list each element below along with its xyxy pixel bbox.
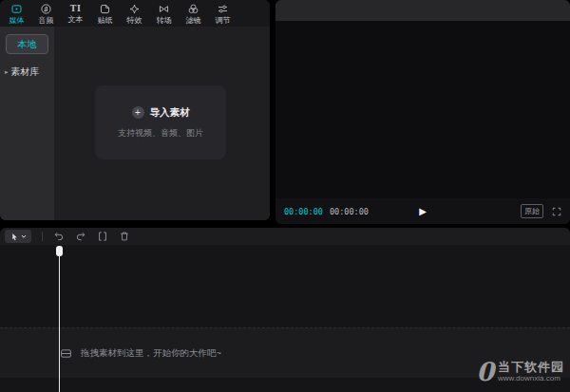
library-label: 素材库 xyxy=(11,65,40,79)
timeline-hint-text: 拖拽素材到这里，开始你的大作吧~ xyxy=(81,347,221,360)
transition-icon xyxy=(158,3,170,15)
text-icon: TI xyxy=(70,3,82,14)
import-button-row: + 导入素材 xyxy=(132,106,190,120)
media-panel: 媒体 音频 TI 文本 贴纸 xyxy=(0,0,270,220)
tab-sticker-label: 贴纸 xyxy=(98,16,113,25)
film-strip-icon xyxy=(60,347,72,360)
timeline-toolbar xyxy=(0,228,570,245)
filter-icon xyxy=(187,3,200,15)
media-content-area: + 导入素材 支持视频、音频、图片 xyxy=(54,27,270,220)
asset-tab-bar: 媒体 音频 TI 文本 贴纸 xyxy=(0,0,270,27)
timeline-body: 拖拽素材到这里，开始你的大作吧~ 0 当下软件园 www.downxia.com xyxy=(0,245,570,392)
watermark-site-url: www.downxia.com xyxy=(498,375,564,383)
tab-transition[interactable]: 转场 xyxy=(149,0,179,27)
tab-adjust[interactable]: 调节 xyxy=(208,0,238,27)
timeline-panel: 拖拽素材到这里，开始你的大作吧~ 0 当下软件园 www.downxia.com xyxy=(0,228,570,392)
plus-icon: + xyxy=(132,106,144,119)
player-stage xyxy=(276,21,570,198)
sidebar-item-library[interactable]: ▸ 素材库 xyxy=(0,65,54,79)
undo-icon[interactable] xyxy=(53,231,65,242)
tab-transition-label: 转场 xyxy=(157,16,172,25)
playhead-handle[interactable] xyxy=(56,246,63,256)
media-icon xyxy=(10,3,23,15)
local-label: 本地 xyxy=(18,38,37,51)
tab-sticker[interactable]: 贴纸 xyxy=(90,0,120,27)
sidebar-item-local[interactable]: 本地 xyxy=(6,34,48,54)
media-source-rail: 本地 ▸ 素材库 xyxy=(0,27,54,220)
tab-text-label: 文本 xyxy=(68,15,84,24)
tab-audio-label: 音频 xyxy=(39,16,54,25)
redo-icon[interactable] xyxy=(75,231,86,242)
tab-media-label: 媒体 xyxy=(10,16,25,25)
tab-effects-label: 特效 xyxy=(127,16,142,25)
video-editor-app: 媒体 音频 TI 文本 贴纸 xyxy=(0,0,570,392)
cursor-icon xyxy=(10,233,19,241)
watermark-logo: 0 xyxy=(476,360,494,384)
player-controls: 00:00:00 00:00:00 ▶ 原始 xyxy=(276,198,570,224)
tab-filter-label: 滤镜 xyxy=(186,16,201,25)
watermark-text: 当下软件园 www.downxia.com xyxy=(498,361,564,383)
tab-media[interactable]: 媒体 xyxy=(2,0,31,27)
site-watermark: 0 当下软件园 www.downxia.com xyxy=(476,360,564,384)
tab-effects[interactable]: 特效 xyxy=(120,0,149,27)
timeline-empty-hint: 拖拽素材到这里，开始你的大作吧~ xyxy=(60,347,221,360)
sticker-icon xyxy=(99,3,111,15)
total-time: 00:00:00 xyxy=(330,207,369,216)
delete-icon[interactable] xyxy=(119,231,130,242)
tab-text[interactable]: TI 文本 xyxy=(61,0,90,27)
player-panel: 00:00:00 00:00:00 ▶ 原始 xyxy=(276,0,570,224)
tab-filter[interactable]: 滤镜 xyxy=(179,0,208,27)
toolbar-divider xyxy=(42,232,43,241)
import-material-card[interactable]: + 导入素材 支持视频、音频、图片 xyxy=(95,85,226,159)
split-icon[interactable] xyxy=(97,231,108,242)
tab-adjust-label: 调节 xyxy=(216,16,231,25)
chevron-down-icon xyxy=(21,234,27,239)
import-button-label: 导入素材 xyxy=(150,106,190,120)
tab-audio[interactable]: 音频 xyxy=(31,0,61,27)
play-button[interactable]: ▶ xyxy=(419,207,427,216)
import-support-hint: 支持视频、音频、图片 xyxy=(118,127,203,140)
watermark-site-name: 当下软件园 xyxy=(498,361,564,374)
player-controls-right: 原始 xyxy=(521,204,561,218)
chevron-right-icon: ▸ xyxy=(5,68,9,76)
adjust-icon xyxy=(217,3,229,15)
media-panel-body: 本地 ▸ 素材库 + 导入素材 支持视频、音频、图片 xyxy=(0,27,270,220)
fullscreen-icon[interactable] xyxy=(552,207,561,216)
select-tool-dropdown[interactable] xyxy=(5,230,31,243)
original-ratio-button[interactable]: 原始 xyxy=(521,204,543,218)
effects-icon xyxy=(128,3,141,15)
audio-icon xyxy=(40,3,52,15)
player-header xyxy=(276,0,570,21)
current-time: 00:00:00 xyxy=(284,207,323,216)
